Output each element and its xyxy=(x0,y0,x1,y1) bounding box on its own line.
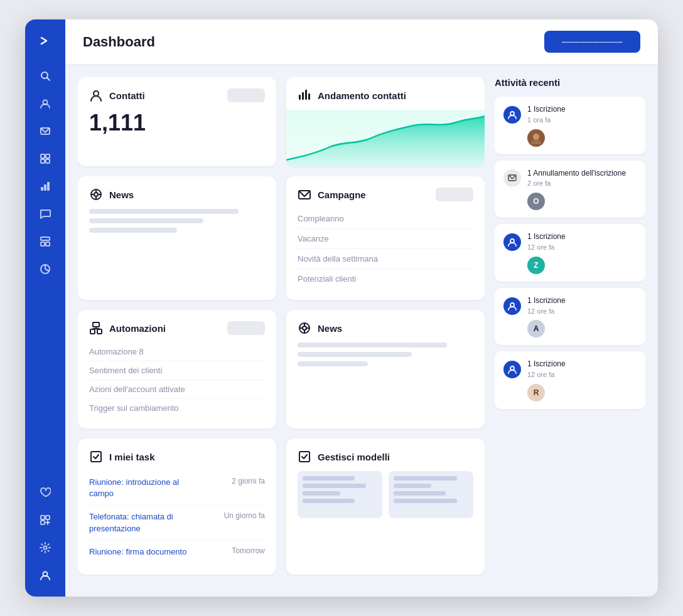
andamento-icon xyxy=(298,88,311,102)
automazioni-header: Automazioni xyxy=(89,321,265,335)
svg-rect-35 xyxy=(93,322,99,327)
news2-line-2 xyxy=(298,352,412,357)
campagne-card: Campagne Compleanno Vacanze Novità della… xyxy=(286,176,485,300)
avatar-O: O xyxy=(527,193,545,210)
user-icon[interactable] xyxy=(34,92,56,115)
task-time-2: Un giorno fa xyxy=(224,511,265,520)
logo[interactable] xyxy=(34,29,56,52)
apps-add-icon[interactable] xyxy=(34,509,56,531)
news1-title: News xyxy=(109,189,134,200)
svg-rect-6 xyxy=(41,159,45,163)
bar-chart-icon[interactable] xyxy=(34,175,56,198)
modelli-card: Gestisci modelli xyxy=(286,438,485,575)
model-line xyxy=(394,499,457,503)
activity-text-5: 1 Iscrizione 12 ore fa xyxy=(527,359,637,380)
svg-rect-50 xyxy=(299,452,309,462)
modelli-title: Gestisci modelli xyxy=(318,452,390,462)
app-container: Dashboard ────────── Contatti xyxy=(25,19,658,597)
svg-point-53 xyxy=(531,140,541,144)
automation-list: Automazione 8 Sentiment dei clienti Azio… xyxy=(89,343,265,417)
activity-icon-5 xyxy=(503,361,521,378)
model-line xyxy=(303,476,355,481)
svg-point-21 xyxy=(44,546,47,550)
contatti-title-row: Contatti xyxy=(89,88,145,102)
pie-chart-icon[interactable] xyxy=(34,258,56,280)
model-thumb-1[interactable] xyxy=(298,471,382,518)
model-thumb-2[interactable] xyxy=(389,471,473,518)
news1-card: News xyxy=(78,176,276,300)
automation-item-1[interactable]: Automazione 8 xyxy=(89,343,265,361)
row-4: I miei task Riunione: introduzione al ca… xyxy=(78,438,485,575)
andamento-card: Andamento contatti xyxy=(286,77,485,166)
heart-icon[interactable] xyxy=(34,481,56,504)
svg-point-57 xyxy=(510,366,514,370)
campaign-item-3[interactable]: Novità della settimana xyxy=(298,249,473,269)
activity-item-1: 1 Iscrizione 1 ora fa xyxy=(495,97,645,154)
sidebar xyxy=(25,19,65,597)
andamento-title: Andamento contatti xyxy=(318,90,406,101)
news1-header: News xyxy=(89,188,265,201)
account-bottom-icon[interactable] xyxy=(34,564,56,587)
mail-icon[interactable] xyxy=(34,120,56,142)
header-action-button[interactable]: ────────── xyxy=(544,31,640,53)
activity-item-2: 1 Annullamento dell'iscrizione 2 ore fa … xyxy=(495,161,645,218)
svg-rect-10 xyxy=(47,182,50,191)
activity-row-2: 1 Annullamento dell'iscrizione 2 ore fa xyxy=(503,168,637,189)
task-name-1[interactable]: Riunione: introduzione al campo xyxy=(89,477,202,499)
recent-activity-title: Attività recenti xyxy=(495,77,645,88)
news-line-3 xyxy=(89,228,177,233)
task-time-1: 2 giorni fa xyxy=(232,477,265,486)
grid-icon[interactable] xyxy=(34,147,56,170)
chat-icon[interactable] xyxy=(34,203,56,225)
svg-rect-5 xyxy=(46,154,50,158)
modelli-header: Gestisci modelli xyxy=(298,450,473,464)
svg-rect-16 xyxy=(41,516,45,519)
svg-rect-17 xyxy=(46,516,50,519)
automation-item-2[interactable]: Sentiment dei clienti xyxy=(89,361,265,380)
automation-item-3[interactable]: Azioni dell'account attivate xyxy=(89,380,265,399)
dashboard-left: Contatti 1,111 Andamento contatti xyxy=(78,77,485,584)
task-name-3[interactable]: Riunione: firma documento xyxy=(89,546,186,558)
header: Dashboard ────────── xyxy=(65,19,658,65)
svg-rect-36 xyxy=(90,329,95,334)
task-list: Riunione: introduzione al campo 2 giorni… xyxy=(89,471,265,563)
contatti-title: Contatti xyxy=(109,90,145,101)
contatti-count: 1,111 xyxy=(89,110,265,136)
news2-title-row: News xyxy=(298,321,342,335)
svg-rect-27 xyxy=(308,93,310,100)
activity-item-3: 1 Iscrizione 12 ore fa Z xyxy=(495,224,645,282)
modelli-title-row: Gestisci modelli xyxy=(298,450,390,464)
contatti-icon xyxy=(89,88,103,102)
model-line xyxy=(394,491,446,496)
row-2: News xyxy=(78,176,485,300)
search-icon[interactable] xyxy=(34,65,56,87)
task-name-2[interactable]: Telefonata: chiamata di presentazione xyxy=(89,511,202,534)
layout-icon[interactable] xyxy=(34,230,56,253)
tasks-header: I miei task xyxy=(89,450,265,464)
andamento-header: Andamento contatti xyxy=(286,77,485,110)
activity-list: 1 Iscrizione 1 ora fa xyxy=(495,97,645,409)
campagne-header: Campagne xyxy=(298,188,473,201)
model-line xyxy=(303,484,366,488)
models-grid xyxy=(298,471,473,518)
campaign-item-2[interactable]: Vacanze xyxy=(298,229,473,249)
tasks-card: I miei task Riunione: introduzione al ca… xyxy=(78,438,276,575)
modelli-icon xyxy=(298,450,311,464)
svg-point-52 xyxy=(533,134,539,140)
news2-content xyxy=(298,343,473,366)
news1-icon xyxy=(89,188,103,201)
activity-text-1: 1 Iscrizione 1 ora fa xyxy=(527,104,637,125)
page-title: Dashboard xyxy=(83,34,155,50)
campaign-item-4[interactable]: Potenziali clienti xyxy=(298,269,473,289)
settings-icon[interactable] xyxy=(34,536,56,559)
activity-icon-3 xyxy=(503,233,521,251)
task-time-3: Tomorrow xyxy=(232,546,265,555)
contatti-header: Contatti xyxy=(89,88,265,102)
campaign-item-1[interactable]: Compleanno xyxy=(298,209,473,229)
svg-rect-26 xyxy=(305,90,307,100)
row-3: Automazioni Automazione 8 Sentiment dei … xyxy=(78,310,485,428)
svg-point-44 xyxy=(303,326,306,330)
automation-item-4[interactable]: Trigger sul cambiamento xyxy=(89,399,265,417)
activity-row-3: 1 Iscrizione 12 ore fa xyxy=(503,231,637,253)
avatar-R: R xyxy=(527,384,545,401)
